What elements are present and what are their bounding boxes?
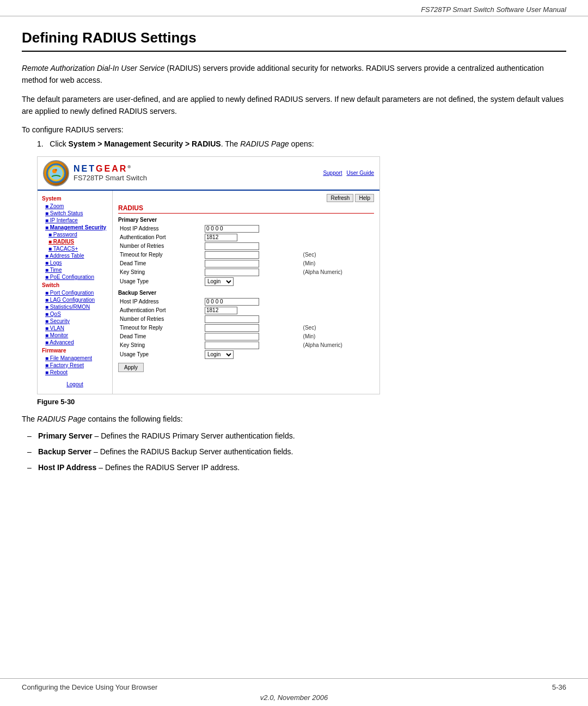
ss-header: NETGEAR® FS728TP Smart Switch Support Us… — [38, 157, 379, 191]
sidebar-item-advanced[interactable]: ■ Advanced — [38, 339, 112, 346]
field-suffix: (Alpha Numeric) — [302, 341, 374, 350]
primary-key-string-input[interactable] — [205, 269, 259, 276]
backup-dead-time-input[interactable] — [205, 333, 259, 340]
field-value — [203, 315, 302, 324]
backup-auth-port-input[interactable] — [205, 307, 237, 314]
footer-right: 5-36 — [552, 683, 566, 691]
table-row: Number of Retries — [118, 242, 374, 251]
user-guide-link[interactable]: User Guide — [346, 170, 374, 176]
sidebar-item-file-mgmt[interactable]: ■ File Management — [38, 355, 112, 362]
ss-brand: NETGEAR® FS728TP Smart Switch — [74, 164, 147, 182]
bullet-bold: Host IP Address — [38, 463, 96, 472]
backup-server-title: Backup Server — [118, 290, 374, 296]
ss-logo — [43, 160, 69, 186]
bullet-text: – Defines the RADIUS Primary Server auth… — [93, 431, 295, 440]
field-value — [203, 268, 302, 277]
primary-timeout-input[interactable] — [205, 251, 259, 259]
table-row: Key String (Alpha Numeric) — [118, 341, 374, 350]
backup-host-ip-input[interactable] — [205, 298, 259, 306]
sidebar-item-zoom[interactable]: ■ Zoom — [38, 203, 112, 210]
primary-usage-type-select[interactable]: Login 802.1x All — [205, 277, 234, 286]
field-label: Key String — [118, 341, 203, 350]
support-link[interactable]: Support — [323, 170, 342, 176]
sidebar-item-qos[interactable]: ■ QoS — [38, 311, 112, 318]
primary-retries-input[interactable] — [205, 242, 259, 250]
sidebar-item-poe-config[interactable]: ■ PoE Configuration — [38, 273, 112, 281]
desc-text: The RADIUS Page contains the following f… — [22, 415, 183, 423]
sidebar-item-radius[interactable]: ■ RADIUS — [38, 238, 112, 245]
ss-sidebar: System ■ Zoom ■ Switch Status ■ IP Inter… — [38, 191, 113, 394]
intro-paragraph-1: Remote Authorization Dial-In User Servic… — [22, 63, 566, 86]
help-button[interactable]: Help — [355, 194, 374, 202]
table-row: Dead Time (Min) — [118, 259, 374, 268]
field-suffix: (Min) — [302, 332, 374, 341]
field-label: Dead Time — [118, 332, 203, 341]
primary-auth-port-input[interactable] — [205, 234, 237, 241]
table-row: Timeout for Reply (Sec) — [118, 251, 374, 259]
sidebar-section-system: System — [38, 194, 112, 203]
primary-server-title: Primary Server — [118, 217, 374, 223]
apply-button[interactable]: Apply — [118, 363, 144, 372]
table-row: Number of Retries — [118, 315, 374, 324]
field-label: Usage Type — [118, 350, 203, 360]
bullet-bold: Backup Server — [38, 447, 91, 456]
field-label: Key String — [118, 268, 203, 277]
sidebar-item-vlan[interactable]: ■ VLAN — [38, 325, 112, 332]
ss-brand-name: NETGEAR® — [74, 164, 147, 174]
list-item-primary: Primary Server – Defines the RADIUS Prim… — [33, 430, 566, 442]
refresh-button[interactable]: Refresh — [327, 194, 353, 202]
sidebar-item-stats-rmon[interactable]: ■ Statistics/RMON — [38, 303, 112, 311]
backup-retries-input[interactable] — [205, 315, 259, 323]
sidebar-item-time[interactable]: ■ Time — [38, 266, 112, 273]
sidebar-item-address-table[interactable]: ■ Address Table — [38, 252, 112, 259]
field-value: Login 802.1x All — [203, 350, 302, 360]
field-suffix — [302, 297, 374, 306]
table-row: Usage Type Login 802.1x All — [118, 277, 374, 287]
sidebar-item-security[interactable]: ■ Security — [38, 318, 112, 325]
sidebar-item-management-security[interactable]: ■ Management Security — [38, 224, 112, 231]
sidebar-item-logs[interactable]: ■ Logs — [38, 259, 112, 266]
bullet-list: Primary Server – Defines the RADIUS Prim… — [33, 430, 566, 473]
field-label: Timeout for Reply — [118, 251, 203, 259]
ss-body: System ■ Zoom ■ Switch Status ■ IP Inter… — [38, 191, 379, 394]
sidebar-item-switch-status[interactable]: ■ Switch Status — [38, 210, 112, 217]
primary-dead-time-input[interactable] — [205, 260, 259, 267]
primary-host-ip-input[interactable] — [205, 225, 259, 233]
ss-logo-inner — [46, 163, 66, 183]
intro-paragraph-2: The default parameters are user-defined,… — [22, 94, 566, 117]
backup-usage-type-select[interactable]: Login 802.1x All — [205, 350, 234, 359]
desc-italic: RADIUS Page — [37, 415, 85, 423]
ss-header-links[interactable]: Support User Guide — [323, 170, 374, 176]
sidebar-item-tacacs[interactable]: ■ TACACS+ — [38, 245, 112, 252]
sidebar-item-ip-interface[interactable]: ■ IP Interface — [38, 217, 112, 224]
sidebar-item-factory-reset[interactable]: ■ Factory Reset — [38, 362, 112, 369]
table-row: Key String (Alpha Numeric) — [118, 268, 374, 277]
bullet-bold: Primary Server — [38, 431, 93, 440]
table-row: Host IP Address — [118, 297, 374, 306]
sidebar-item-lag-config[interactable]: ■ LAG Configuration — [38, 296, 112, 303]
backup-timeout-input[interactable] — [205, 324, 259, 332]
backup-key-string-input[interactable] — [205, 342, 259, 349]
sidebar-item-monitor[interactable]: ■ Monitor — [38, 332, 112, 339]
sidebar-item-password[interactable]: ■ Password — [38, 231, 112, 238]
field-value — [203, 306, 302, 315]
field-label: Number of Retries — [118, 315, 203, 324]
field-suffix — [302, 306, 374, 315]
table-row: Host IP Address — [118, 224, 374, 233]
field-suffix: (Sec) — [302, 324, 374, 332]
field-suffix: (Alpha Numeric) — [302, 268, 374, 277]
ss-top-bar: Refresh Help — [118, 194, 374, 202]
field-value — [203, 251, 302, 259]
list-item-host-ip: Host IP Address – Defines the RADIUS Ser… — [33, 462, 566, 473]
sidebar-item-port-config[interactable]: ■ Port Configuration — [38, 289, 112, 296]
ss-main-panel: Refresh Help RADIUS Primary Server Host … — [113, 191, 379, 394]
sidebar-logout[interactable]: Logout — [38, 378, 112, 391]
table-row: Authentication Port — [118, 306, 374, 315]
desc-paragraph: The RADIUS Page contains the following f… — [22, 413, 566, 425]
sidebar-item-reboot[interactable]: ■ Reboot — [38, 369, 112, 376]
field-label: Usage Type — [118, 277, 203, 287]
field-value — [203, 341, 302, 350]
field-label: Number of Retries — [118, 242, 203, 251]
main-content: Defining RADIUS Settings Remote Authoriz… — [0, 16, 588, 489]
page-header: FS728TP Smart Switch Software User Manua… — [0, 0, 588, 16]
